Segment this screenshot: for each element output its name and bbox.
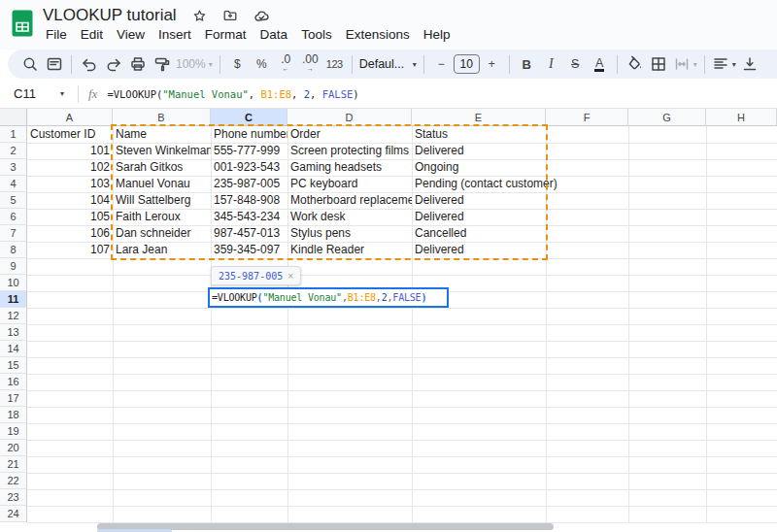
row-header-5[interactable]: 5 [0, 192, 27, 209]
cloud-saved-icon[interactable] [253, 9, 270, 23]
menu-help[interactable]: Help [417, 25, 457, 45]
cell-editor-formula[interactable]: =VLOOKUP("Manuel Vonau", B1:E8, 2, FALSE… [208, 287, 449, 308]
cell-C4[interactable]: 235-987-005 [211, 176, 287, 192]
row-header-21[interactable]: 21 [0, 456, 27, 473]
formula-input[interactable]: =VLOOKUP("Manuel Vonau", B1:E8, 2, FALSE… [107, 88, 358, 100]
strikethrough-button[interactable]: S [563, 52, 588, 76]
search-icon[interactable] [17, 52, 42, 76]
cell-A7[interactable]: 106 [27, 225, 113, 242]
print-icon[interactable] [125, 52, 150, 76]
col-header-A[interactable]: A [27, 109, 113, 126]
cell-E3[interactable]: Ongoing [412, 159, 546, 176]
format-percent-button[interactable]: % [250, 52, 274, 76]
number-format-button[interactable]: 123 [322, 52, 347, 76]
cell-C1[interactable]: Phone number [211, 126, 287, 143]
move-folder-icon[interactable] [222, 8, 238, 23]
row-header-1[interactable]: 1 [0, 126, 27, 143]
cell-C5[interactable]: 157-848-908 [211, 192, 287, 209]
cell-D4[interactable]: PC keyboard [287, 176, 412, 192]
col-header-F[interactable]: F [546, 109, 628, 126]
cell-E7[interactable]: Cancelled [412, 225, 546, 242]
cell-A3[interactable]: 102 [27, 159, 113, 176]
cell-D8[interactable]: Kindle Reader [287, 242, 412, 258]
menu-edit[interactable]: Edit [74, 25, 110, 45]
row-header-18[interactable]: 18 [0, 407, 27, 423]
increase-font-size-button[interactable]: + [480, 52, 504, 76]
row-header-4[interactable]: 4 [0, 176, 27, 192]
row-header-19[interactable]: 19 [0, 423, 27, 440]
cell-B1[interactable]: Name [113, 126, 211, 143]
font-size-input[interactable]: 10 [454, 54, 480, 74]
decrease-font-size-button[interactable]: − [429, 52, 454, 76]
cell-D7[interactable]: Stylus pens [287, 225, 412, 242]
increase-decimals-button[interactable]: .00→ [298, 52, 322, 76]
font-family-selector[interactable]: Defaul... ▾ [357, 52, 419, 76]
redo-icon[interactable] [101, 52, 125, 76]
bold-button[interactable]: B [515, 52, 539, 76]
cell-B3[interactable]: Sarah Gitkos [113, 159, 211, 176]
cell-A1[interactable]: Customer ID [27, 126, 113, 143]
cell-E1[interactable]: Status [412, 126, 546, 143]
cell-B6[interactable]: Faith Leroux [113, 209, 211, 225]
row-header-13[interactable]: 13 [0, 324, 27, 341]
name-box[interactable]: C11 [0, 86, 60, 101]
horizontal-align-control[interactable]: ▾ [710, 52, 738, 76]
sheets-logo-icon[interactable] [12, 10, 33, 37]
cell-B5[interactable]: Will Sattelberg [113, 192, 211, 209]
zoom-control[interactable]: 100% ▾ [174, 52, 215, 76]
decrease-decimals-button[interactable]: .0← [274, 52, 298, 76]
cell-D6[interactable]: Work desk [287, 209, 412, 225]
menu-insert[interactable]: Insert [152, 25, 198, 45]
document-title[interactable]: VLOOKUP tutorial [43, 6, 177, 25]
cell-E4[interactable]: Pending (contact customer) [412, 176, 546, 192]
cell-C3[interactable]: 001-923-543 [211, 159, 287, 176]
cell-A8[interactable]: 107 [27, 242, 113, 258]
menu-data[interactable]: Data [253, 25, 295, 45]
cell-C8[interactable]: 359-345-097 [211, 242, 287, 258]
menu-view[interactable]: View [110, 25, 152, 45]
cell-B7[interactable]: Dan schneider [113, 225, 211, 242]
cell-A6[interactable]: 105 [27, 209, 113, 225]
menu-extensions[interactable]: Extensions [339, 25, 417, 45]
row-header-8[interactable]: 8 [0, 242, 27, 258]
paint-format-icon[interactable] [150, 52, 174, 76]
menu-format[interactable]: Format [198, 25, 253, 45]
col-header-H[interactable]: H [706, 109, 777, 126]
cell-D1[interactable]: Order [287, 126, 412, 143]
undo-icon[interactable] [77, 52, 101, 76]
fill-color-icon[interactable] [623, 52, 647, 76]
cell-C6[interactable]: 345-543-234 [211, 209, 287, 225]
cell-A4[interactable]: 103 [27, 176, 113, 192]
row-header-10[interactable]: 10 [0, 275, 27, 291]
close-icon[interactable]: × [287, 271, 293, 282]
chevron-down-icon[interactable]: ▾ [60, 89, 78, 98]
row-header-7[interactable]: 7 [0, 225, 27, 242]
vertical-align-icon[interactable] [738, 52, 762, 76]
row-header-6[interactable]: 6 [0, 209, 27, 225]
cell-C7[interactable]: 987-457-013 [211, 225, 287, 242]
menu-tools[interactable]: Tools [294, 25, 339, 45]
select-all-corner[interactable] [0, 109, 27, 126]
cell-D3[interactable]: Gaming headsets [287, 159, 412, 176]
row-header-12[interactable]: 12 [0, 308, 27, 324]
row-header-20[interactable]: 20 [0, 440, 27, 456]
row-header-15[interactable]: 15 [0, 357, 27, 374]
row-header-24[interactable]: 24 [0, 506, 27, 522]
row-header-23[interactable]: 23 [0, 489, 27, 506]
cell-D5[interactable]: Motherboard replacement [287, 192, 412, 209]
row-header-14[interactable]: 14 [0, 341, 27, 357]
row-header-3[interactable]: 3 [0, 159, 27, 176]
format-currency-button[interactable]: $ [225, 52, 250, 76]
cell-E2[interactable]: Delivered [412, 143, 546, 159]
cell-A5[interactable]: 104 [27, 192, 113, 209]
menu-file[interactable]: File [39, 25, 74, 45]
row-header-22[interactable]: 22 [0, 473, 27, 489]
cell-A2[interactable]: 101 [27, 143, 113, 159]
row-header-16[interactable]: 16 [0, 374, 27, 390]
borders-icon[interactable] [647, 52, 671, 76]
star-icon[interactable] [192, 9, 207, 23]
col-header-D[interactable]: D [287, 109, 412, 126]
col-header-B[interactable]: B [113, 109, 211, 126]
col-header-C[interactable]: C [211, 109, 287, 126]
col-header-G[interactable]: G [628, 109, 706, 126]
